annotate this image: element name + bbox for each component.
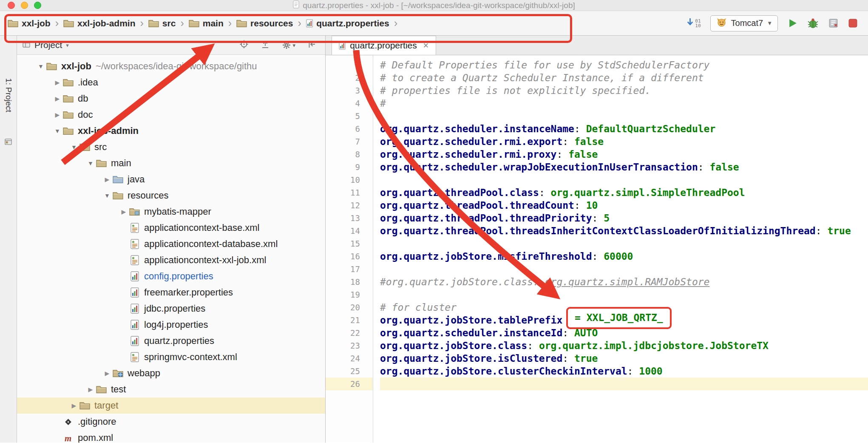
collapsed-arrow-icon[interactable]: ▶ xyxy=(52,111,62,118)
line-number[interactable]: 4 xyxy=(326,97,373,110)
hide-panel-icon[interactable] xyxy=(307,40,317,51)
line-number[interactable]: 24 xyxy=(326,352,373,365)
titlebar: quartz.properties - xxl-job - [~/workspa… xyxy=(0,0,868,11)
tree-item-java[interactable]: ▶java xyxy=(17,171,325,187)
breadcrumb-item-src[interactable]: src xyxy=(148,18,176,28)
project-tree[interactable]: ▼xxl-job~/workspaces/idea-git-workspace/… xyxy=(17,55,325,443)
properties-icon xyxy=(129,287,140,298)
tree-item-quartz.properties[interactable]: quartz.properties xyxy=(17,333,325,349)
debug-button[interactable] xyxy=(807,18,819,28)
line-number[interactable]: 22 xyxy=(326,327,373,339)
collapsed-arrow-icon[interactable]: ▶ xyxy=(85,386,96,393)
collapsed-arrow-icon[interactable]: ▶ xyxy=(52,79,62,86)
tree-item-mybatis-mapper[interactable]: ▶mybatis-mapper xyxy=(17,204,325,220)
line-number[interactable]: 7 xyxy=(326,135,373,148)
tree-item-test[interactable]: ▶test xyxy=(17,381,325,398)
run-configuration-select[interactable]: Tomcat7 ▼ xyxy=(710,15,778,31)
line-number[interactable]: 16 xyxy=(326,250,373,263)
tree-item-springmvc-context.xml[interactable]: springmvc-context.xml xyxy=(17,349,325,365)
breadcrumb-item-xxl-job-admin[interactable]: xxl-job-admin xyxy=(63,18,136,28)
project-view-dropdown-icon[interactable]: ▾ xyxy=(66,42,69,48)
folder-icon xyxy=(62,94,74,104)
folder-icon xyxy=(62,126,74,136)
collapsed-arrow-icon[interactable]: ▶ xyxy=(119,208,129,215)
close-tab-icon[interactable]: ✕ xyxy=(423,41,429,50)
tree-item-jdbc.properties[interactable]: jdbc.properties xyxy=(17,301,325,317)
editor[interactable]: 1234567891011121314151617181920212223242… xyxy=(326,55,868,443)
line-number[interactable]: 18 xyxy=(326,275,373,288)
line-number[interactable]: 9 xyxy=(326,161,373,173)
tree-item-freemarker.properties[interactable]: freemarker.properties xyxy=(17,284,325,301)
line-number[interactable]: 15 xyxy=(326,237,373,250)
collapsed-arrow-icon[interactable]: ▶ xyxy=(69,402,79,409)
line-number[interactable]: 2 xyxy=(326,71,373,84)
main-split: 1: Project Project ▾ ▾ ▼xxl-job~/workspa… xyxy=(0,36,868,443)
settings-gear-icon[interactable]: ▾ xyxy=(282,40,295,50)
xml-icon xyxy=(129,255,140,265)
code-area[interactable]: # Default Properties file for use by Std… xyxy=(373,55,868,443)
tool-window-icon[interactable] xyxy=(4,138,13,148)
breadcrumb-item-xxl-job[interactable]: xxl-job xyxy=(8,18,51,28)
line-number[interactable]: 17 xyxy=(326,263,373,275)
expanded-arrow-icon[interactable]: ▼ xyxy=(69,144,79,151)
xml-icon xyxy=(129,239,140,249)
tree-item-db[interactable]: ▶db xyxy=(17,91,325,107)
tree-item-config.properties[interactable]: config.properties xyxy=(17,268,325,284)
code-line-2: # to create a Quartz Scheduler Instance,… xyxy=(380,71,868,84)
line-number[interactable]: 19 xyxy=(326,288,373,301)
line-number[interactable]: 11 xyxy=(326,186,373,199)
line-number[interactable]: 21 xyxy=(326,314,373,327)
expanded-arrow-icon[interactable]: ▼ xyxy=(85,160,96,167)
expanded-arrow-icon[interactable]: ▼ xyxy=(52,128,62,134)
collapse-all-icon[interactable] xyxy=(261,40,270,51)
code-line-26 xyxy=(380,378,868,390)
tree-item-doc[interactable]: ▶doc xyxy=(17,107,325,123)
tree-item-log4j.properties[interactable]: log4j.properties xyxy=(17,317,325,333)
line-number[interactable]: 23 xyxy=(326,339,373,352)
line-number[interactable]: 26 xyxy=(326,378,373,390)
tree-item-applicationcontext-base.xml[interactable]: applicationcontext-base.xml xyxy=(17,220,325,236)
breadcrumb-item-resources[interactable]: resources xyxy=(236,18,293,28)
line-number[interactable]: 5 xyxy=(326,110,373,122)
breadcrumb-item-main[interactable]: main xyxy=(189,18,224,28)
tree-item-.gitignore[interactable]: .gitignore xyxy=(17,414,325,430)
line-number[interactable]: 20 xyxy=(326,301,373,314)
line-number[interactable]: 3 xyxy=(326,84,373,97)
scroll-from-source-icon[interactable] xyxy=(239,40,249,51)
tree-item-resources[interactable]: ▼resources xyxy=(17,187,325,204)
stop-button[interactable] xyxy=(848,18,858,28)
project-tool-window-label: 1: Project xyxy=(4,78,13,112)
line-number[interactable]: 10 xyxy=(326,173,373,186)
line-number[interactable]: 1 xyxy=(326,59,373,71)
line-number[interactable]: 12 xyxy=(326,199,373,212)
tree-item-.idea[interactable]: ▶.idea xyxy=(17,74,325,91)
tree-item-src[interactable]: ▼src xyxy=(17,139,325,155)
tree-item-xxl-job[interactable]: ▼xxl-job~/workspaces/idea-git-workspace/… xyxy=(17,58,325,74)
project-panel-header: Project ▾ ▾ xyxy=(17,36,325,55)
editor-gutter[interactable]: 1234567891011121314151617181920212223242… xyxy=(326,55,373,443)
vcs-update-button[interactable]: 0110 xyxy=(686,17,701,29)
breadcrumb-separator-icon: › xyxy=(139,17,145,29)
line-number[interactable]: 13 xyxy=(326,212,373,224)
expanded-arrow-icon[interactable]: ▼ xyxy=(102,192,112,199)
line-number[interactable]: 14 xyxy=(326,224,373,237)
tree-item-webapp[interactable]: ▶webapp xyxy=(17,365,325,381)
tool-window-button-project[interactable]: 1: Project xyxy=(0,59,17,131)
breadcrumb-item-quartz.properties[interactable]: quartz.properties xyxy=(306,18,389,28)
collapsed-arrow-icon[interactable]: ▶ xyxy=(102,370,112,377)
coverage-button[interactable] xyxy=(828,18,839,28)
tree-item-applicationcontext-database.xml[interactable]: applicationcontext-database.xml xyxy=(17,236,325,252)
tree-item-pom.xml[interactable]: mpom.xml xyxy=(17,430,325,443)
line-number[interactable]: 8 xyxy=(326,148,373,161)
collapsed-arrow-icon[interactable]: ▶ xyxy=(52,95,62,102)
tree-item-target[interactable]: ▶target xyxy=(17,398,325,414)
line-number[interactable]: 25 xyxy=(326,365,373,378)
tree-item-xxl-job-admin[interactable]: ▼xxl-job-admin xyxy=(17,123,325,139)
run-button[interactable] xyxy=(787,18,798,28)
line-number[interactable]: 6 xyxy=(326,122,373,135)
collapsed-arrow-icon[interactable]: ▶ xyxy=(102,176,112,183)
tree-item-applicationcontext-xxl-job.xml[interactable]: applicationcontext-xxl-job.xml xyxy=(17,252,325,268)
tree-item-main[interactable]: ▼main xyxy=(17,155,325,171)
expanded-arrow-icon[interactable]: ▼ xyxy=(36,63,46,70)
editor-tab-quartz-properties[interactable]: quartz.properties ✕ xyxy=(332,36,436,55)
